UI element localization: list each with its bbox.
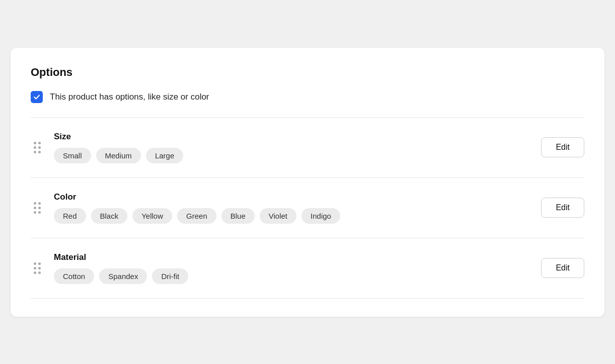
option-row-color: ColorRedBlackYellowGreenBlueVioletIndigo… xyxy=(31,178,584,238)
edit-button-material[interactable]: Edit xyxy=(541,258,584,278)
options-card: Options This product has options, like s… xyxy=(11,48,604,317)
tag-material-spandex[interactable]: Spandex xyxy=(99,268,147,284)
tag-size-small[interactable]: Small xyxy=(54,148,91,163)
option-row-material: MaterialCottonSpandexDri-fitEdit xyxy=(31,238,584,299)
options-list: SizeSmallMediumLargeEditColorRedBlackYel… xyxy=(31,118,584,299)
edit-button-size[interactable]: Edit xyxy=(541,137,584,157)
edit-button-color[interactable]: Edit xyxy=(541,198,584,218)
drag-handle-material[interactable] xyxy=(31,260,44,276)
tag-material-cotton[interactable]: Cotton xyxy=(54,268,94,284)
has-options-checkbox[interactable] xyxy=(31,91,43,103)
tag-color-yellow[interactable]: Yellow xyxy=(132,208,172,224)
tag-color-violet[interactable]: Violet xyxy=(260,208,296,224)
drag-handle-color[interactable] xyxy=(31,200,44,216)
tag-color-black[interactable]: Black xyxy=(91,208,128,224)
tag-color-indigo[interactable]: Indigo xyxy=(301,208,340,224)
tag-color-red[interactable]: Red xyxy=(54,208,86,224)
option-content-material: MaterialCottonSpandexDri-fit xyxy=(54,252,531,284)
option-content-color: ColorRedBlackYellowGreenBlueVioletIndigo xyxy=(54,192,531,224)
tags-row-material: CottonSpandexDri-fit xyxy=(54,268,531,284)
tags-row-size: SmallMediumLarge xyxy=(54,148,531,163)
tags-row-color: RedBlackYellowGreenBlueVioletIndigo xyxy=(54,208,531,224)
option-name-color: Color xyxy=(54,192,531,202)
option-content-size: SizeSmallMediumLarge xyxy=(54,132,531,163)
tag-material-dri-fit[interactable]: Dri-fit xyxy=(152,268,188,284)
page-title: Options xyxy=(31,66,584,79)
checkbox-row[interactable]: This product has options, like size or c… xyxy=(31,91,584,103)
option-name-material: Material xyxy=(54,252,531,262)
drag-handle-size[interactable] xyxy=(31,140,44,155)
option-row-size: SizeSmallMediumLargeEdit xyxy=(31,118,584,178)
option-name-size: Size xyxy=(54,132,531,142)
tag-size-large[interactable]: Large xyxy=(146,148,183,163)
checkbox-label: This product has options, like size or c… xyxy=(50,92,209,102)
tag-color-green[interactable]: Green xyxy=(177,208,216,224)
tag-color-blue[interactable]: Blue xyxy=(221,208,255,224)
tag-size-medium[interactable]: Medium xyxy=(96,148,141,163)
